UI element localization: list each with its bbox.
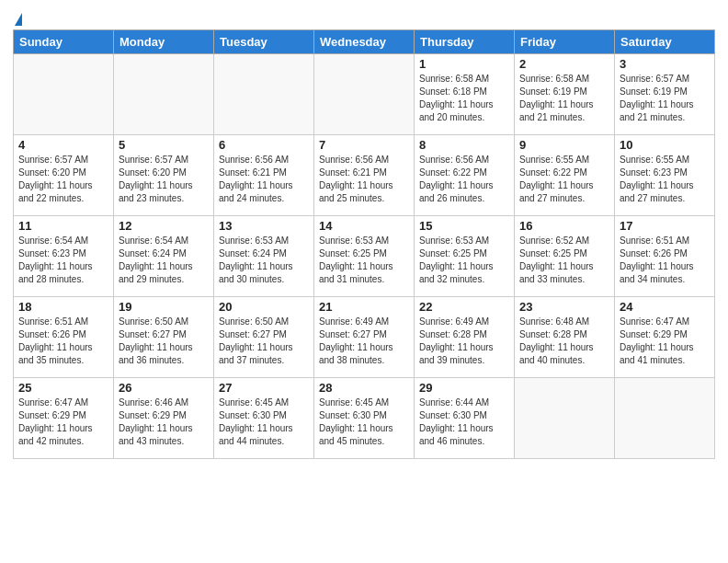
calendar-cell: 20Sunrise: 6:50 AM Sunset: 6:27 PM Dayli… xyxy=(214,297,314,378)
day-number: 5 xyxy=(119,138,209,152)
day-info: Sunrise: 6:56 AM Sunset: 6:21 PM Dayligh… xyxy=(219,154,309,205)
day-number: 4 xyxy=(18,138,108,152)
calendar-cell: 23Sunrise: 6:48 AM Sunset: 6:28 PM Dayli… xyxy=(515,297,615,378)
logo xyxy=(13,13,22,26)
calendar-header-tuesday: Tuesday xyxy=(214,30,314,54)
calendar-cell: 26Sunrise: 6:46 AM Sunset: 6:29 PM Dayli… xyxy=(114,378,214,459)
calendar-week-4: 18Sunrise: 6:51 AM Sunset: 6:26 PM Dayli… xyxy=(14,297,715,378)
day-info: Sunrise: 6:58 AM Sunset: 6:18 PM Dayligh… xyxy=(419,73,509,124)
day-number: 24 xyxy=(620,300,710,314)
day-number: 7 xyxy=(319,138,409,152)
calendar-header-saturday: Saturday xyxy=(615,30,715,54)
calendar-cell: 10Sunrise: 6:55 AM Sunset: 6:23 PM Dayli… xyxy=(615,135,715,216)
day-info: Sunrise: 6:51 AM Sunset: 6:26 PM Dayligh… xyxy=(18,316,108,367)
day-info: Sunrise: 6:47 AM Sunset: 6:29 PM Dayligh… xyxy=(18,396,108,448)
day-info: Sunrise: 6:49 AM Sunset: 6:27 PM Dayligh… xyxy=(319,316,409,367)
day-info: Sunrise: 6:55 AM Sunset: 6:22 PM Dayligh… xyxy=(519,154,609,205)
calendar-cell xyxy=(515,378,615,459)
calendar-cell: 28Sunrise: 6:45 AM Sunset: 6:30 PM Dayli… xyxy=(314,378,415,459)
day-number: 14 xyxy=(319,219,409,233)
calendar-cell: 24Sunrise: 6:47 AM Sunset: 6:29 PM Dayli… xyxy=(615,297,715,378)
calendar-cell: 29Sunrise: 6:44 AM Sunset: 6:30 PM Dayli… xyxy=(415,378,515,459)
day-number: 29 xyxy=(419,381,509,395)
day-info: Sunrise: 6:47 AM Sunset: 6:29 PM Dayligh… xyxy=(620,316,710,367)
day-number: 17 xyxy=(620,219,710,233)
day-number: 1 xyxy=(419,57,509,71)
day-number: 2 xyxy=(519,57,609,71)
day-number: 16 xyxy=(519,219,609,233)
day-info: Sunrise: 6:56 AM Sunset: 6:21 PM Dayligh… xyxy=(319,154,409,205)
day-number: 28 xyxy=(319,381,409,395)
calendar-cell: 18Sunrise: 6:51 AM Sunset: 6:26 PM Dayli… xyxy=(14,297,114,378)
header-area xyxy=(13,9,715,26)
day-number: 6 xyxy=(219,138,309,152)
calendar-cell: 19Sunrise: 6:50 AM Sunset: 6:27 PM Dayli… xyxy=(114,297,214,378)
calendar-cell: 5Sunrise: 6:57 AM Sunset: 6:20 PM Daylig… xyxy=(114,135,214,216)
day-info: Sunrise: 6:49 AM Sunset: 6:28 PM Dayligh… xyxy=(419,316,509,367)
page-container: SundayMondayTuesdayWednesdayThursdayFrid… xyxy=(0,0,728,465)
day-number: 26 xyxy=(119,381,209,395)
logo-triangle-icon xyxy=(15,13,22,26)
day-info: Sunrise: 6:57 AM Sunset: 6:19 PM Dayligh… xyxy=(620,73,710,124)
day-info: Sunrise: 6:57 AM Sunset: 6:20 PM Dayligh… xyxy=(18,154,108,205)
calendar-week-1: 1Sunrise: 6:58 AM Sunset: 6:18 PM Daylig… xyxy=(14,54,715,135)
calendar-cell: 27Sunrise: 6:45 AM Sunset: 6:30 PM Dayli… xyxy=(214,378,314,459)
day-info: Sunrise: 6:54 AM Sunset: 6:24 PM Dayligh… xyxy=(119,235,209,286)
calendar-table: SundayMondayTuesdayWednesdayThursdayFrid… xyxy=(13,29,715,459)
day-number: 21 xyxy=(319,300,409,314)
calendar-week-5: 25Sunrise: 6:47 AM Sunset: 6:29 PM Dayli… xyxy=(14,378,715,459)
calendar-cell xyxy=(615,378,715,459)
day-info: Sunrise: 6:45 AM Sunset: 6:30 PM Dayligh… xyxy=(219,396,309,448)
calendar-header-friday: Friday xyxy=(515,30,615,54)
calendar-cell: 17Sunrise: 6:51 AM Sunset: 6:26 PM Dayli… xyxy=(615,216,715,297)
day-info: Sunrise: 6:53 AM Sunset: 6:24 PM Dayligh… xyxy=(219,235,309,286)
day-info: Sunrise: 6:56 AM Sunset: 6:22 PM Dayligh… xyxy=(419,154,509,205)
calendar-cell: 6Sunrise: 6:56 AM Sunset: 6:21 PM Daylig… xyxy=(214,135,314,216)
calendar-cell: 15Sunrise: 6:53 AM Sunset: 6:25 PM Dayli… xyxy=(415,216,515,297)
day-number: 22 xyxy=(419,300,509,314)
calendar-cell xyxy=(114,54,214,135)
calendar-cell: 2Sunrise: 6:58 AM Sunset: 6:19 PM Daylig… xyxy=(515,54,615,135)
calendar-cell: 4Sunrise: 6:57 AM Sunset: 6:20 PM Daylig… xyxy=(14,135,114,216)
calendar-cell: 14Sunrise: 6:53 AM Sunset: 6:25 PM Dayli… xyxy=(314,216,415,297)
calendar-header-sunday: Sunday xyxy=(14,30,114,54)
calendar-cell xyxy=(314,54,415,135)
calendar-cell: 25Sunrise: 6:47 AM Sunset: 6:29 PM Dayli… xyxy=(14,378,114,459)
calendar-week-2: 4Sunrise: 6:57 AM Sunset: 6:20 PM Daylig… xyxy=(14,135,715,216)
day-info: Sunrise: 6:44 AM Sunset: 6:30 PM Dayligh… xyxy=(419,396,509,448)
day-number: 10 xyxy=(620,138,710,152)
day-info: Sunrise: 6:55 AM Sunset: 6:23 PM Dayligh… xyxy=(620,154,710,205)
day-info: Sunrise: 6:46 AM Sunset: 6:29 PM Dayligh… xyxy=(119,396,209,448)
calendar-header-row: SundayMondayTuesdayWednesdayThursdayFrid… xyxy=(14,30,715,54)
day-number: 25 xyxy=(18,381,108,395)
calendar-cell: 9Sunrise: 6:55 AM Sunset: 6:22 PM Daylig… xyxy=(515,135,615,216)
day-info: Sunrise: 6:53 AM Sunset: 6:25 PM Dayligh… xyxy=(319,235,409,286)
calendar-cell xyxy=(14,54,114,135)
day-number: 23 xyxy=(519,300,609,314)
calendar-cell: 16Sunrise: 6:52 AM Sunset: 6:25 PM Dayli… xyxy=(515,216,615,297)
day-number: 20 xyxy=(219,300,309,314)
calendar-cell: 1Sunrise: 6:58 AM Sunset: 6:18 PM Daylig… xyxy=(415,54,515,135)
day-info: Sunrise: 6:57 AM Sunset: 6:20 PM Dayligh… xyxy=(119,154,209,205)
day-info: Sunrise: 6:54 AM Sunset: 6:23 PM Dayligh… xyxy=(18,235,108,286)
calendar-cell: 11Sunrise: 6:54 AM Sunset: 6:23 PM Dayli… xyxy=(14,216,114,297)
day-number: 9 xyxy=(519,138,609,152)
calendar-cell: 7Sunrise: 6:56 AM Sunset: 6:21 PM Daylig… xyxy=(314,135,415,216)
day-number: 19 xyxy=(119,300,209,314)
calendar-cell xyxy=(214,54,314,135)
calendar-cell: 12Sunrise: 6:54 AM Sunset: 6:24 PM Dayli… xyxy=(114,216,214,297)
calendar-header-thursday: Thursday xyxy=(415,30,515,54)
calendar-header-wednesday: Wednesday xyxy=(314,30,415,54)
day-info: Sunrise: 6:58 AM Sunset: 6:19 PM Dayligh… xyxy=(519,73,609,124)
day-number: 13 xyxy=(219,219,309,233)
calendar-week-3: 11Sunrise: 6:54 AM Sunset: 6:23 PM Dayli… xyxy=(14,216,715,297)
day-info: Sunrise: 6:50 AM Sunset: 6:27 PM Dayligh… xyxy=(119,316,209,367)
day-number: 3 xyxy=(620,57,710,71)
day-number: 15 xyxy=(419,219,509,233)
calendar-header-monday: Monday xyxy=(114,30,214,54)
day-info: Sunrise: 6:45 AM Sunset: 6:30 PM Dayligh… xyxy=(319,396,409,448)
day-number: 18 xyxy=(18,300,108,314)
calendar-cell: 3Sunrise: 6:57 AM Sunset: 6:19 PM Daylig… xyxy=(615,54,715,135)
calendar-cell: 8Sunrise: 6:56 AM Sunset: 6:22 PM Daylig… xyxy=(415,135,515,216)
day-number: 11 xyxy=(18,219,108,233)
